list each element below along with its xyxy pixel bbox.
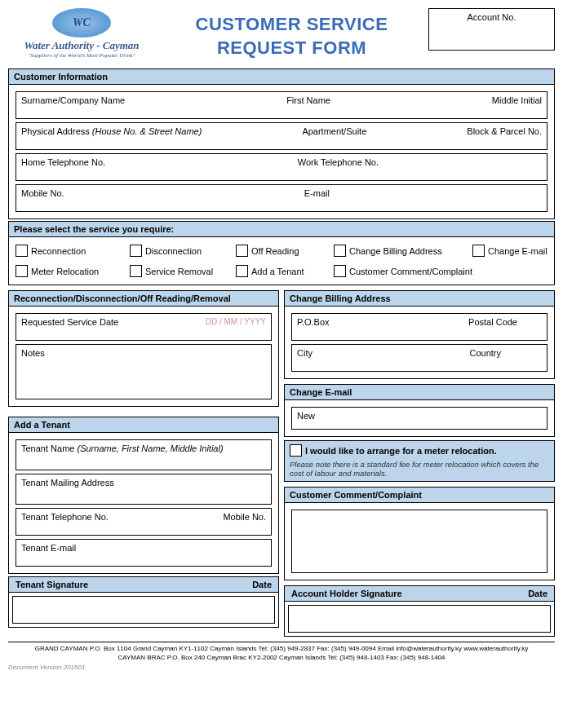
footer-line-2: CAYMAN BRAC P.O. Box 240 Cayman Brac KY2… — [8, 653, 555, 662]
comment-title: Customer Comment/Complaint — [285, 488, 554, 503]
checkbox-comment[interactable]: Customer Comment/Complaint — [334, 265, 472, 277]
footer: GRAND CAYMAN P.O. Box 1104 Grand Cayman … — [8, 642, 555, 662]
service-select-section: Please select the service you require: R… — [8, 221, 555, 285]
customer-info-section: Customer Information Surname/Company Nam… — [8, 68, 555, 219]
org-name: Water Authority - Cayman — [8, 39, 155, 52]
checkbox-add-tenant[interactable]: Add a Tenant — [236, 265, 334, 277]
checkbox-change-email[interactable]: Change E-mail — [472, 245, 547, 257]
comment-section: Customer Comment/Complaint — [284, 487, 555, 580]
checkbox-service-removal[interactable]: Service Removal — [130, 265, 236, 277]
date-label: Date — [252, 580, 272, 589]
change-email-section: Change E-mail New — [284, 384, 555, 437]
customer-info-title: Customer Information — [9, 69, 554, 85]
checkbox-change-billing[interactable]: Change Billing Address — [334, 245, 472, 257]
holder-signature-section: Account Holder Signature Date — [284, 585, 555, 637]
holder-signature-field[interactable] — [288, 605, 551, 633]
org-tagline: "Suppliers of the World's Most Popular D… — [8, 52, 155, 59]
checkbox-meter-relocation[interactable]: Meter Relocation — [16, 265, 130, 277]
contact-field[interactable]: Mobile No. E-mail — [16, 184, 547, 212]
checkbox-icon — [472, 245, 485, 257]
add-tenant-title: Add a Tenant — [9, 417, 278, 433]
account-number-field[interactable]: Account No. — [428, 8, 555, 51]
checkbox-icon — [16, 245, 28, 257]
checkbox-icon — [334, 245, 346, 257]
holder-sig-label: Account Holder Signature — [291, 589, 402, 598]
checkbox-reconnection[interactable]: Reconnection — [16, 245, 130, 257]
pobox-field[interactable]: P.O.BoxPostal Code — [291, 313, 547, 341]
checkbox-icon — [130, 265, 142, 277]
date-label: Date — [528, 589, 547, 598]
date-format-hint: DD / MM / YYYY — [206, 317, 266, 327]
tenant-signature-field[interactable] — [12, 596, 275, 624]
city-field[interactable]: CityCountry — [291, 344, 547, 372]
billing-title: Change Billing Address — [285, 291, 554, 307]
notes-field[interactable]: Notes — [16, 344, 272, 399]
billing-address-section: Change Billing Address P.O.BoxPostal Cod… — [284, 290, 555, 379]
reconnection-section: Reconnection/Disconnection/Off Reading/R… — [8, 290, 279, 407]
add-tenant-section: Add a Tenant Tenant Name (Surname, First… — [8, 417, 279, 574]
name-field[interactable]: Surname/Company Name First Name Middle I… — [16, 91, 547, 119]
checkbox-meter-arrange[interactable] — [290, 444, 302, 457]
logo-icon: WC — [52, 8, 111, 38]
checkbox-off-reading[interactable]: Off Reading — [236, 245, 334, 257]
footer-line-1: GRAND CAYMAN P.O. Box 1104 Grand Cayman … — [8, 642, 555, 653]
checkbox-icon — [334, 265, 346, 277]
change-email-title: Change E-mail — [285, 385, 554, 400]
tenant-name-field[interactable]: Tenant Name (Surname, First Name, Middle… — [16, 439, 272, 470]
meter-relocation-section: I would like to arrange for a meter relo… — [284, 440, 555, 482]
requested-date-field[interactable]: Requested Service DateDD / MM / YYYY — [16, 313, 272, 341]
meter-label: I would like to arrange for a meter relo… — [305, 446, 497, 456]
account-label: Account No. — [468, 12, 516, 22]
checkbox-icon — [130, 245, 142, 257]
address-field[interactable]: Physical Address (House No. & Street Nam… — [16, 122, 547, 150]
new-email-field[interactable]: New — [291, 407, 547, 430]
tenant-phone-field[interactable]: Tenant Telephone No.Mobile No. — [16, 508, 272, 536]
checkbox-icon — [236, 265, 248, 277]
page-title: CUSTOMER SERVICE REQUEST FORM — [155, 8, 428, 60]
tenant-sig-label: Tenant Signature — [16, 580, 88, 589]
checkbox-disconnection[interactable]: Disconnection — [130, 245, 236, 257]
telephone-field[interactable]: Home Telephone No. Work Telephone No. — [16, 153, 547, 181]
checkbox-icon — [16, 265, 28, 277]
checkbox-icon — [236, 245, 248, 257]
service-select-title: Please select the service you require: — [9, 222, 554, 237]
tenant-mailing-field[interactable]: Tenant Mailing Address — [16, 474, 272, 505]
tenant-email-field[interactable]: Tenant E-mail — [16, 539, 272, 567]
logo-block: WC Water Authority - Cayman "Suppliers o… — [8, 8, 155, 59]
meter-note: Please note there is a standard fee for … — [285, 460, 554, 481]
reconnection-title: Reconnection/Disconnection/Off Reading/R… — [9, 291, 278, 307]
tenant-signature-section: Tenant Signature Date — [8, 576, 279, 628]
document-version: Document Version 201501 — [8, 664, 555, 671]
comment-field[interactable] — [291, 510, 547, 573]
